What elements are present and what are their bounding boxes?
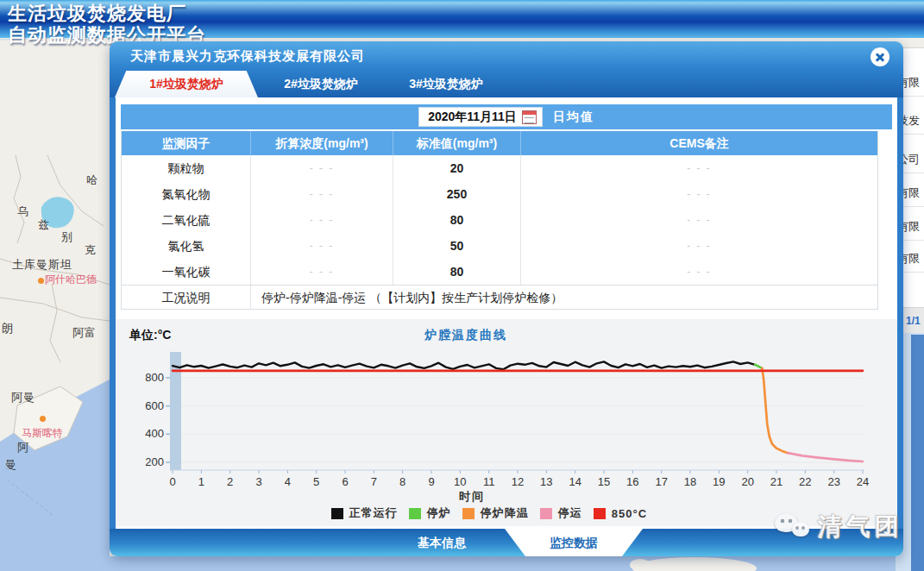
factor-value: 20 [393, 155, 520, 181]
factor-value: 50 [393, 233, 520, 259]
map-city-label: 马斯喀特 [22, 426, 63, 441]
tab-basic-info[interactable]: 基本信息 [360, 529, 524, 556]
svg-text:18: 18 [684, 475, 696, 488]
legend-swatch [594, 508, 606, 519]
svg-text:23: 23 [827, 475, 839, 488]
city-dot-icon [38, 278, 44, 284]
factor-value: 80 [393, 207, 520, 233]
factor-value: 250 [393, 181, 520, 207]
date-bar: 2020年11月11日 日均值 [121, 104, 892, 129]
table-row: 氯化氢- - -50- - - [122, 233, 877, 259]
factor-value: - - - [520, 181, 877, 207]
legend-label: 850°C [612, 507, 647, 520]
app-title-line1: 生活垃圾焚烧发电厂 [8, 3, 206, 24]
date-mode-label: 日均值 [553, 110, 594, 125]
svg-text:21: 21 [770, 475, 783, 488]
factor-value: - - - [250, 259, 393, 285]
svg-text:16: 16 [626, 475, 638, 488]
svg-text:400: 400 [145, 427, 164, 440]
factor-name: 一氧化碳 [122, 259, 250, 285]
monitoring-table: 监测因子折算浓度(mg/m³)标准值(mg/m³)CEMS备注 颗粒物- - -… [121, 131, 878, 310]
tab-incinerator-1[interactable]: 1#垃圾焚烧炉 [115, 71, 258, 97]
map-region-label: 阿 [17, 440, 29, 455]
svg-text:13: 13 [540, 475, 552, 488]
svg-text:800: 800 [145, 371, 164, 384]
factor-value: - - - [250, 181, 393, 207]
factor-name: 氯化氢 [122, 233, 250, 259]
factor-value: - - - [520, 233, 877, 259]
legend-item: 停炉降温 [462, 505, 529, 521]
svg-text:600: 600 [145, 399, 164, 412]
table-row: 氮氧化物- - -250- - - [122, 181, 877, 207]
legend-label: 停炉降温 [481, 505, 529, 521]
close-button[interactable] [871, 47, 889, 66]
calendar-icon[interactable] [522, 110, 537, 124]
svg-text:3: 3 [255, 475, 261, 488]
map-region-label: 克 [85, 242, 97, 258]
svg-text:5: 5 [313, 475, 319, 488]
svg-text:1: 1 [198, 475, 204, 488]
svg-text:14: 14 [569, 475, 581, 488]
chart-xlabel: 时间 [116, 489, 828, 505]
table-row: 二氧化硫- - -80- - - [122, 207, 877, 233]
table-header: 监测因子折算浓度(mg/m³)标准值(mg/m³)CEMS备注 [122, 131, 877, 155]
column-header: 监测因子 [122, 131, 250, 155]
svg-text:12: 12 [512, 475, 524, 488]
legend-swatch [540, 508, 552, 519]
map-city-label: 阿什哈巴德 [45, 273, 97, 287]
map-region-label: 曼 [5, 457, 17, 473]
map-region-label: 乌 [17, 204, 29, 219]
map-region-label: 阿曼 [11, 390, 35, 405]
legend-swatch [331, 508, 343, 519]
legend-item: 正常运行 [331, 505, 398, 521]
dialog-title: 天津市晨兴力克环保科技发展有限公司 [130, 48, 365, 65]
map-region-label: 兹 [38, 217, 50, 233]
dialog-body: 2020年11月11日 日均值 监测因子折算浓度(mg/m³)标准值(mg/m³… [110, 97, 903, 529]
svg-text:4: 4 [285, 475, 291, 488]
column-header: 折算浓度(mg/m³) [250, 131, 393, 155]
legend-label: 正常运行 [349, 505, 398, 521]
furnace-temperature-chart: 0123456789101112131415161718192021222324… [129, 350, 871, 497]
screen: 哈乌兹别克土库曼斯坦朗阿富阿曼阿曼阿什哈巴德马斯喀特 生活垃圾焚烧发电厂 自动监… [0, 0, 924, 571]
factor-value: - - - [250, 207, 393, 233]
factor-value: - - - [250, 155, 393, 181]
svg-text:19: 19 [713, 475, 725, 488]
legend-swatch [462, 508, 475, 519]
legend-item: 停运 [540, 505, 582, 521]
svg-text:22: 22 [799, 475, 811, 488]
date-picker[interactable]: 2020年11月11日 [418, 107, 543, 127]
table-row: 颗粒物- - -20- - - [122, 155, 877, 181]
svg-text:200: 200 [145, 455, 164, 468]
map-region-label: 土库曼斯坦 [12, 257, 72, 273]
legend-label: 停运 [558, 505, 582, 521]
svg-text:11: 11 [483, 475, 495, 488]
chart-section: 单位:°C 炉膛温度曲线 012345678910111213141516171… [116, 319, 897, 526]
map-region-label: 别 [61, 229, 73, 245]
legend-item: 850°C [594, 507, 647, 520]
legend-item: 停炉 [409, 505, 451, 521]
app-title: 生活垃圾焚烧发电厂 自动监测数据公开平台 [8, 3, 206, 46]
city-dot-icon [40, 416, 46, 422]
date-value: 2020年11月11日 [428, 110, 517, 125]
tab-monitoring-data[interactable]: 监控数据 [505, 529, 643, 556]
column-header: CEMS备注 [520, 131, 877, 155]
tab-incinerator-3[interactable]: 3#垃圾焚烧炉 [386, 71, 506, 97]
svg-text:9: 9 [428, 475, 434, 488]
svg-text:24: 24 [857, 475, 869, 488]
factor-value: 80 [393, 259, 520, 285]
legend-swatch [409, 508, 421, 519]
condition-row: 工况说明 停炉-停炉降温-停运 （【计划内】按生产计划停炉检修） [122, 285, 877, 309]
condition-label: 工况说明 [122, 286, 250, 310]
watermark: 清气团 [775, 511, 903, 543]
svg-text:8: 8 [399, 475, 405, 488]
tab-incinerator-2[interactable]: 2#垃圾焚烧炉 [261, 71, 381, 97]
factor-value: - - - [520, 259, 877, 285]
table-body: 颗粒物- - -20- - -氮氧化物- - -250- - -二氧化硫- - … [122, 155, 877, 285]
factor-value: - - - [520, 207, 877, 233]
map-region-label: 阿富 [72, 325, 97, 341]
wechat-icon [775, 513, 811, 542]
map-region-label: 朗 [2, 321, 14, 336]
factor-value: - - - [520, 155, 877, 181]
monitoring-dialog: 天津市晨兴力克环保科技发展有限公司 1#垃圾焚烧炉2#垃圾焚烧炉3#垃圾焚烧炉 … [110, 41, 903, 556]
factor-name: 二氧化硫 [122, 207, 250, 233]
